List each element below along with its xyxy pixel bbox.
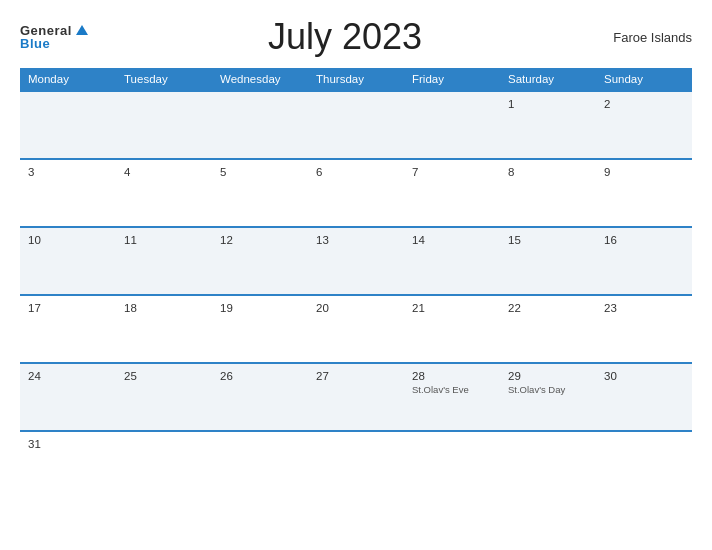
calendar-day-cell: 24 <box>20 363 116 431</box>
calendar-week-row: 10111213141516 <box>20 227 692 295</box>
logo-blue-text: Blue <box>20 37 50 50</box>
day-number: 1 <box>508 98 588 110</box>
day-number: 21 <box>412 302 492 314</box>
calendar-week-row: 12 <box>20 91 692 159</box>
calendar-day-cell: 7 <box>404 159 500 227</box>
day-number: 23 <box>604 302 684 314</box>
weekday-sunday: Sunday <box>596 68 692 91</box>
calendar-table: Monday Tuesday Wednesday Thursday Friday… <box>20 68 692 499</box>
calendar-day-cell: 18 <box>116 295 212 363</box>
day-number: 16 <box>604 234 684 246</box>
day-number: 4 <box>124 166 204 178</box>
calendar-day-cell: 2 <box>596 91 692 159</box>
weekday-header-row: Monday Tuesday Wednesday Thursday Friday… <box>20 68 692 91</box>
weekday-monday: Monday <box>20 68 116 91</box>
calendar-day-cell: 14 <box>404 227 500 295</box>
day-number: 19 <box>220 302 300 314</box>
day-number: 17 <box>28 302 108 314</box>
calendar-day-cell <box>212 431 308 499</box>
calendar-day-cell: 13 <box>308 227 404 295</box>
calendar-day-cell <box>20 91 116 159</box>
region-label: Faroe Islands <box>602 30 692 45</box>
day-number: 5 <box>220 166 300 178</box>
calendar-day-cell: 15 <box>500 227 596 295</box>
calendar-week-row: 17181920212223 <box>20 295 692 363</box>
day-number: 27 <box>316 370 396 382</box>
calendar-week-row: 31 <box>20 431 692 499</box>
calendar-day-cell: 9 <box>596 159 692 227</box>
calendar-day-cell: 12 <box>212 227 308 295</box>
day-number: 15 <box>508 234 588 246</box>
calendar-day-cell: 3 <box>20 159 116 227</box>
day-number: 18 <box>124 302 204 314</box>
day-number: 10 <box>28 234 108 246</box>
day-number: 31 <box>28 438 108 450</box>
calendar-day-cell: 19 <box>212 295 308 363</box>
calendar-day-cell: 17 <box>20 295 116 363</box>
day-number: 14 <box>412 234 492 246</box>
day-number: 11 <box>124 234 204 246</box>
day-number: 30 <box>604 370 684 382</box>
day-number: 25 <box>124 370 204 382</box>
weekday-thursday: Thursday <box>308 68 404 91</box>
calendar-day-cell: 21 <box>404 295 500 363</box>
logo-triangle-icon <box>76 25 88 35</box>
weekday-tuesday: Tuesday <box>116 68 212 91</box>
day-number: 20 <box>316 302 396 314</box>
day-number: 24 <box>28 370 108 382</box>
calendar-day-cell: 6 <box>308 159 404 227</box>
day-number: 9 <box>604 166 684 178</box>
calendar-day-cell <box>596 431 692 499</box>
day-number: 22 <box>508 302 588 314</box>
calendar-day-cell: 10 <box>20 227 116 295</box>
calendar-day-cell: 20 <box>308 295 404 363</box>
calendar-day-cell: 29St.Olav's Day <box>500 363 596 431</box>
calendar-day-cell <box>404 431 500 499</box>
day-number: 12 <box>220 234 300 246</box>
day-number: 3 <box>28 166 108 178</box>
weekday-saturday: Saturday <box>500 68 596 91</box>
calendar-day-cell: 4 <box>116 159 212 227</box>
calendar-day-cell <box>500 431 596 499</box>
calendar-day-cell: 11 <box>116 227 212 295</box>
calendar-day-cell: 25 <box>116 363 212 431</box>
calendar-day-cell: 23 <box>596 295 692 363</box>
calendar-day-cell: 27 <box>308 363 404 431</box>
calendar-day-cell: 5 <box>212 159 308 227</box>
day-event: St.Olav's Eve <box>412 384 492 395</box>
calendar-day-cell: 16 <box>596 227 692 295</box>
calendar-day-cell <box>116 91 212 159</box>
day-number: 28 <box>412 370 492 382</box>
logo: General Blue <box>20 24 88 50</box>
calendar-week-row: 3456789 <box>20 159 692 227</box>
calendar-day-cell: 8 <box>500 159 596 227</box>
calendar-page: General Blue July 2023 Faroe Islands Mon… <box>0 0 712 550</box>
weekday-friday: Friday <box>404 68 500 91</box>
calendar-day-cell <box>212 91 308 159</box>
calendar-title: July 2023 <box>88 16 602 58</box>
calendar-day-cell: 30 <box>596 363 692 431</box>
day-number: 6 <box>316 166 396 178</box>
calendar-day-cell <box>404 91 500 159</box>
day-number: 29 <box>508 370 588 382</box>
calendar-day-cell: 28St.Olav's Eve <box>404 363 500 431</box>
calendar-day-cell: 1 <box>500 91 596 159</box>
day-number: 26 <box>220 370 300 382</box>
calendar-day-cell: 31 <box>20 431 116 499</box>
day-event: St.Olav's Day <box>508 384 588 395</box>
calendar-week-row: 2425262728St.Olav's Eve29St.Olav's Day30 <box>20 363 692 431</box>
calendar-day-cell <box>308 91 404 159</box>
calendar-day-cell <box>308 431 404 499</box>
header: General Blue July 2023 Faroe Islands <box>20 16 692 58</box>
day-number: 13 <box>316 234 396 246</box>
day-number: 7 <box>412 166 492 178</box>
calendar-day-cell: 26 <box>212 363 308 431</box>
day-number: 8 <box>508 166 588 178</box>
weekday-wednesday: Wednesday <box>212 68 308 91</box>
calendar-day-cell: 22 <box>500 295 596 363</box>
day-number: 2 <box>604 98 684 110</box>
calendar-day-cell <box>116 431 212 499</box>
